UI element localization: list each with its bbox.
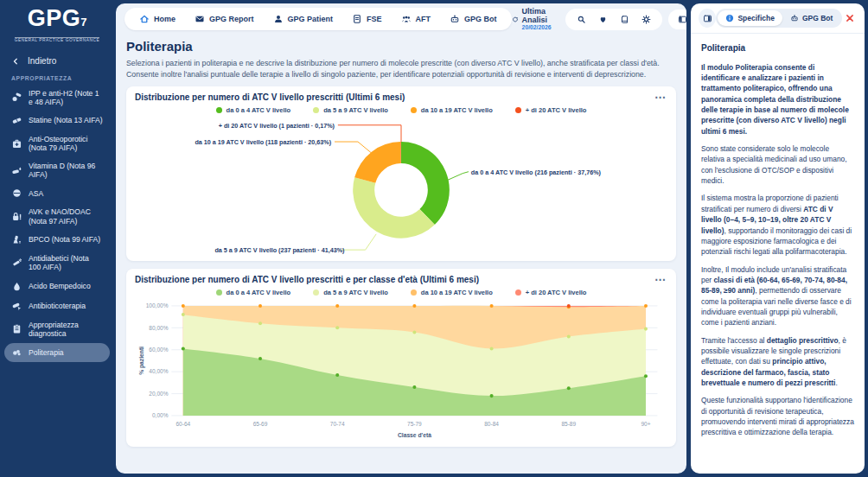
- nav-item-label: GPG Bot: [464, 15, 497, 23]
- panel-tab-label: Specifiche: [737, 14, 775, 22]
- donut-card-menu-button[interactable]: ⋯: [653, 94, 667, 101]
- legend-item-da-0-a-4-atc-v-livello: da 0 a 4 ATC V livello: [216, 289, 291, 296]
- area-card-menu-button[interactable]: ⋯: [653, 277, 667, 283]
- area-svg: 0,00%20,00%40,00%60,00%80,00%100,00%60-6…: [135, 296, 667, 445]
- right-panel-tabs: SpecificheGPG Bot: [716, 9, 842, 28]
- book-icon: [620, 15, 629, 24]
- right-panel-paragraphs: Il modulo Politerapia consente di identi…: [701, 62, 854, 438]
- legend-item-da-10-a-19-atc-v-livello: da 10 a 19 ATC V livello: [411, 106, 493, 114]
- donut-slice-da-0-a-4-atc-v-livello[interactable]: [401, 142, 450, 225]
- panel-tab-gpg-bot[interactable]: GPG Bot: [782, 10, 840, 26]
- polytherapy-icon: [11, 347, 22, 358]
- nav-item-label: GPG Patient: [288, 15, 334, 23]
- topbar: HomeGPG ReportGPG PatientFSEAFTGPG Bot U…: [116, 3, 686, 33]
- data-point[interactable]: [644, 374, 648, 378]
- data-point[interactable]: [490, 304, 494, 308]
- data-point[interactable]: [258, 321, 262, 325]
- pills-icon: [11, 92, 22, 103]
- data-point[interactable]: [567, 304, 571, 308]
- legend-dot: [515, 107, 521, 113]
- sidebar-item-politerapia[interactable]: Politerapia: [4, 343, 110, 362]
- back-label: Indietro: [28, 56, 56, 66]
- data-point[interactable]: [182, 313, 185, 316]
- data-point[interactable]: [412, 331, 416, 334]
- back-button[interactable]: Indietro: [0, 44, 114, 71]
- nav-item-fse[interactable]: FSE: [342, 11, 392, 27]
- sidebar-item-ipp-e-anti-h2-note-1-e-48-aifa[interactable]: IPP e anti-H2 (Note 1 e 48 AIFA): [4, 85, 110, 111]
- gear-button[interactable]: [641, 15, 651, 24]
- right-panel-body: Politerapia Il modulo Politerapia consen…: [691, 34, 865, 450]
- data-point[interactable]: [258, 357, 262, 360]
- group-icon: [401, 14, 412, 24]
- sidebar-item-asa[interactable]: ASA: [4, 184, 110, 203]
- data-point[interactable]: [490, 347, 494, 351]
- legend-label: da 0 a 4 ATC V livello: [227, 106, 291, 114]
- person-icon: [273, 14, 284, 24]
- donut-slice-da-10-a-19-atc-v-livello[interactable]: [354, 142, 401, 183]
- data-point[interactable]: [644, 328, 648, 331]
- data-point[interactable]: [412, 385, 416, 389]
- data-point[interactable]: [335, 327, 339, 330]
- sidebar-toggle-button[interactable]: Sidebar: [668, 10, 686, 29]
- panel-paragraph: Sono state considerate solo le molecole …: [701, 143, 854, 186]
- data-point[interactable]: [490, 394, 494, 398]
- sidebar-item-label: AVK e NAO/DOAC (Nota 97 AIFA): [29, 207, 103, 226]
- panel-tab-label: GPG Bot: [802, 14, 833, 22]
- data-point[interactable]: [182, 347, 185, 351]
- data-point[interactable]: [412, 304, 416, 308]
- data-point[interactable]: [182, 304, 185, 308]
- data-point[interactable]: [567, 335, 571, 339]
- search-button[interactable]: [577, 15, 586, 24]
- panel-paragraph: Queste funzionalità supportano l'identif…: [701, 395, 854, 437]
- y-tick-label: 80,00%: [149, 325, 168, 331]
- donut-chart: + di 20 ATC V livello (1 pazienti · 0,17…: [135, 114, 667, 259]
- book-button[interactable]: [620, 15, 629, 24]
- sidebar-item-label: Vitamina D (Nota 96 AIFA): [29, 162, 103, 180]
- syringe-icon: [11, 258, 22, 269]
- heart-button[interactable]: [598, 15, 608, 24]
- data-point[interactable]: [644, 304, 648, 308]
- sidebar-item-antidiabetici-nota-100-aifa[interactable]: Antidiabetici (Nota 100 AIFA): [4, 251, 110, 277]
- mail-icon: [195, 14, 205, 24]
- sidebar-item-label: Politerapia: [29, 348, 64, 357]
- data-point[interactable]: [335, 304, 339, 308]
- sidebar-item-vitamina-d-nota-96-aifa[interactable]: Vitamina D (Nota 96 AIFA): [4, 157, 110, 183]
- legend-dot: [515, 289, 521, 296]
- area-chart: 0,00%20,00%40,00%60,00%80,00%100,00%60-6…: [135, 296, 667, 445]
- data-point[interactable]: [335, 373, 339, 377]
- legend-label: da 5 a 9 ATC V livello: [323, 106, 388, 114]
- legend-dot: [411, 107, 417, 113]
- sidebar-item-label: Appropriatezza diagnostica: [29, 321, 103, 339]
- y-axis-title: % pazienti: [138, 347, 145, 375]
- panel-close-button[interactable]: [842, 10, 857, 26]
- sidebar-item-antibioticoterapia[interactable]: Antibioticoterapia: [4, 296, 110, 315]
- nav-item-label: Home: [154, 15, 176, 23]
- right-panel-title: Politerapia: [701, 42, 854, 55]
- droplet-icon: [11, 281, 22, 292]
- donut-card-title: Distribuzione per numero di ATC V livell…: [135, 92, 405, 102]
- search-icon: [577, 15, 586, 24]
- donut-chart-card: Distribuzione per numero di ATC V livell…: [126, 86, 676, 261]
- nav-item-home[interactable]: Home: [130, 11, 185, 27]
- sidebar-item-acido-bempedoico[interactable]: Acido Bempedoico: [4, 277, 110, 296]
- brand-subtitle: GENERAL PRACTICE GOVERNANCE: [15, 37, 100, 43]
- nav-item-gpg-report[interactable]: GPG Report: [185, 11, 264, 27]
- nav-item-gpg-bot[interactable]: GPG Bot: [440, 11, 507, 27]
- sidebar-item-bpco-nota-99-aifa[interactable]: BPCO (Nota 99 AIFA): [4, 231, 110, 250]
- sidebar-item-statine-nota-13-aifa[interactable]: Statine (Nota 13 AIFA): [4, 111, 110, 130]
- legend-dot: [313, 107, 319, 113]
- nav-item-aft[interactable]: AFT: [392, 11, 441, 27]
- data-point[interactable]: [567, 386, 571, 390]
- panel-collapse-button[interactable]: [699, 9, 716, 28]
- layout-icon: [678, 15, 686, 24]
- panel-tab-specifiche[interactable]: Specifiche: [718, 10, 782, 26]
- x-axis-title: Classe d'età: [398, 432, 431, 438]
- data-point[interactable]: [258, 304, 262, 308]
- nav-item-gpg-patient[interactable]: GPG Patient: [264, 11, 343, 27]
- nav-item-label: FSE: [367, 15, 382, 23]
- last-analysis-button[interactable]: Ultima Analisi 20/02/2026: [512, 8, 559, 31]
- sidebar-item-anti-osteoporotici-nota-79-aifa[interactable]: Anti-Osteoporotici (Nota 79 AIFA): [4, 131, 110, 157]
- sidebar-item-appropriatezza-diagnostica[interactable]: Appropriatezza diagnostica: [4, 316, 110, 342]
- donut-svg: + di 20 ATC V livello (1 pazienti · 0,17…: [135, 114, 667, 259]
- sidebar-item-avk-e-nao-doac-nota-97-aifa[interactable]: AVK e NAO/DOAC (Nota 97 AIFA): [4, 204, 110, 230]
